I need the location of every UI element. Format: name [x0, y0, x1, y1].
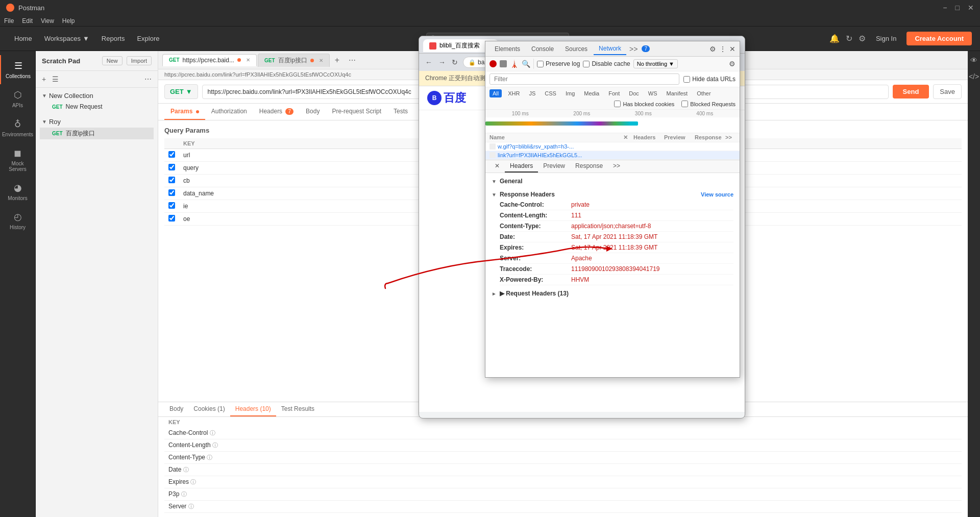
- add-tab-button[interactable]: +: [331, 54, 344, 67]
- preserve-log-checkbox[interactable]: Preserve log: [537, 60, 580, 67]
- close-btn[interactable]: ✕: [968, 4, 974, 12]
- nav-params[interactable]: Params: [164, 104, 205, 120]
- maximize-btn[interactable]: □: [955, 4, 960, 12]
- filter-all[interactable]: All: [489, 89, 502, 97]
- disable-cache-checkbox[interactable]: Disable cache: [583, 60, 630, 67]
- bottom-tab-headers[interactable]: Headers (10): [230, 402, 276, 416]
- param-url-checkbox[interactable]: [168, 151, 175, 158]
- throttle-button[interactable]: No throttling ▼: [633, 59, 678, 68]
- view-source-link[interactable]: View source: [701, 191, 733, 198]
- filter-input[interactable]: [489, 73, 679, 85]
- tab-0-close[interactable]: ✕: [246, 57, 250, 63]
- new-request-item[interactable]: GET New Request: [40, 102, 154, 112]
- create-account-button[interactable]: Create Account: [906, 32, 972, 45]
- menu-file[interactable]: File: [4, 17, 14, 24]
- sidebar-item-monitors[interactable]: ◕ Monitors: [0, 177, 35, 206]
- detail-tab-response[interactable]: Response: [570, 160, 608, 173]
- nav-tests[interactable]: Tests: [387, 104, 414, 120]
- param-oe-checkbox[interactable]: [168, 215, 175, 221]
- nav-workspaces[interactable]: Workspaces ▼: [38, 32, 95, 45]
- tab-0[interactable]: GET https://pcrec.baid... ✕: [162, 54, 257, 66]
- sidebar-item-collections[interactable]: ☰ Collections: [0, 55, 35, 84]
- filter-xhr[interactable]: XHR: [505, 89, 523, 97]
- bottom-tab-test-results[interactable]: Test Results: [276, 402, 320, 416]
- filter-img[interactable]: Img: [562, 89, 578, 97]
- send-button[interactable]: Send: [893, 85, 929, 99]
- detail-tab-preview[interactable]: Preview: [538, 160, 570, 173]
- browser-reload-btn[interactable]: ↻: [450, 57, 460, 67]
- dt-tab-network[interactable]: Network: [594, 43, 626, 55]
- param-oe-key[interactable]: oe: [179, 213, 424, 226]
- roy-collection-header[interactable]: ▼ Roy: [40, 116, 154, 128]
- detail-tab-x[interactable]: ✕: [489, 160, 505, 173]
- request-headers-toggle[interactable]: ► ▶ Request Headers (13): [492, 288, 733, 299]
- right-code-icon[interactable]: </>: [969, 72, 979, 81]
- param-cb-checkbox[interactable]: [168, 177, 175, 183]
- tab-1-close[interactable]: ✕: [319, 58, 323, 63]
- filter-media[interactable]: Media: [581, 89, 602, 97]
- record-button[interactable]: [489, 60, 497, 67]
- param-ie-key[interactable]: ie: [179, 200, 424, 213]
- menu-view[interactable]: View: [41, 17, 54, 24]
- general-section-toggle[interactable]: ▼ General: [492, 176, 733, 186]
- sync-icon[interactable]: ↻: [846, 34, 852, 43]
- sidebar-item-apis[interactable]: ⬡ APIs: [0, 84, 35, 113]
- nav-pre-request-script[interactable]: Pre-request Script: [326, 104, 387, 120]
- dt-tab-elements[interactable]: Elements: [489, 43, 525, 55]
- sidebar-item-mock-servers[interactable]: ◼ Mock Servers: [0, 142, 35, 177]
- filter-css[interactable]: CSS: [542, 89, 559, 97]
- filter-font[interactable]: Font: [605, 89, 623, 97]
- sidebar-item-environments[interactable]: ♁ Environments: [0, 113, 35, 142]
- header-content-type-key[interactable]: Content-Type ⓘ: [164, 452, 962, 464]
- network-row-1[interactable]: link?url=fPX3IlAHIEx5hEkGGL5...: [485, 151, 740, 160]
- filter-ws[interactable]: WS: [645, 89, 660, 97]
- settings-icon[interactable]: ⚙: [859, 34, 866, 43]
- browser-back-btn[interactable]: ←: [423, 57, 434, 67]
- filter-icon[interactable]: 🗼: [510, 60, 519, 68]
- header-p3p-key[interactable]: P3p ⓘ: [164, 488, 962, 501]
- header-server-key[interactable]: Server ⓘ: [164, 501, 962, 513]
- menu-edit[interactable]: Edit: [22, 17, 33, 24]
- network-row-0[interactable]: w.gif?q=blibli&rsv_xpath=h3-...: [485, 142, 740, 151]
- param-data-name-checkbox[interactable]: [168, 189, 175, 196]
- filter-doc[interactable]: Doc: [626, 89, 642, 97]
- tab-1[interactable]: GET 百度ip接口 ✕: [258, 54, 330, 67]
- col-response-header[interactable]: Response: [695, 134, 725, 141]
- bottom-tab-cookies[interactable]: Cookies (1): [188, 402, 230, 416]
- header-expires-key[interactable]: Expires ⓘ: [164, 476, 962, 488]
- nav-body[interactable]: Body: [300, 104, 326, 120]
- method-select[interactable]: GET ▼: [164, 84, 198, 99]
- right-eye-icon[interactable]: 👁: [970, 56, 977, 64]
- filter-manifest[interactable]: Manifest: [664, 89, 691, 97]
- notification-icon[interactable]: 🔔: [829, 34, 840, 43]
- more-options-icon[interactable]: ⋯: [142, 74, 154, 84]
- header-content-length-key[interactable]: Content-Length ⓘ: [164, 439, 962, 452]
- header-cache-key[interactable]: Cache-Control ⓘ: [164, 427, 962, 439]
- hide-data-urls-checkbox[interactable]: Hide data URLs: [683, 76, 736, 83]
- devtools-more-icon[interactable]: ⋮: [719, 45, 726, 53]
- more-tabs-button[interactable]: ⋯: [345, 54, 360, 66]
- param-query-checkbox[interactable]: [168, 164, 175, 170]
- devtools-settings-icon[interactable]: ⚙: [709, 45, 716, 53]
- sign-in-button[interactable]: Sign In: [872, 33, 900, 44]
- has-blocked-cookies-checkbox[interactable]: Has blocked cookies: [614, 101, 674, 107]
- new-button[interactable]: New: [102, 56, 122, 65]
- nav-explore[interactable]: Explore: [131, 32, 165, 45]
- col-close-header[interactable]: ✕: [623, 134, 633, 141]
- nav-reports[interactable]: Reports: [95, 32, 131, 45]
- filter-js[interactable]: JS: [526, 89, 538, 97]
- response-headers-section-toggle[interactable]: ▼ Response Headers View source: [492, 189, 733, 200]
- blocked-requests-checkbox[interactable]: Blocked Requests: [681, 101, 736, 107]
- param-cb-key[interactable]: cb: [179, 175, 424, 187]
- nav-home[interactable]: Home: [8, 32, 38, 45]
- stop-button[interactable]: [500, 60, 507, 67]
- col-headers-header[interactable]: Headers: [633, 134, 664, 141]
- search-icon-2[interactable]: 🔍: [522, 60, 530, 68]
- dt-tab-more-icon[interactable]: >>: [627, 43, 640, 55]
- nav-headers[interactable]: Headers 7: [253, 104, 300, 120]
- sidebar-item-history[interactable]: ◴ History: [0, 206, 35, 235]
- import-button[interactable]: Import: [127, 56, 152, 65]
- param-ie-checkbox[interactable]: [168, 202, 175, 209]
- dt-settings-icon[interactable]: ⚙: [729, 60, 736, 68]
- menu-help[interactable]: Help: [62, 17, 75, 24]
